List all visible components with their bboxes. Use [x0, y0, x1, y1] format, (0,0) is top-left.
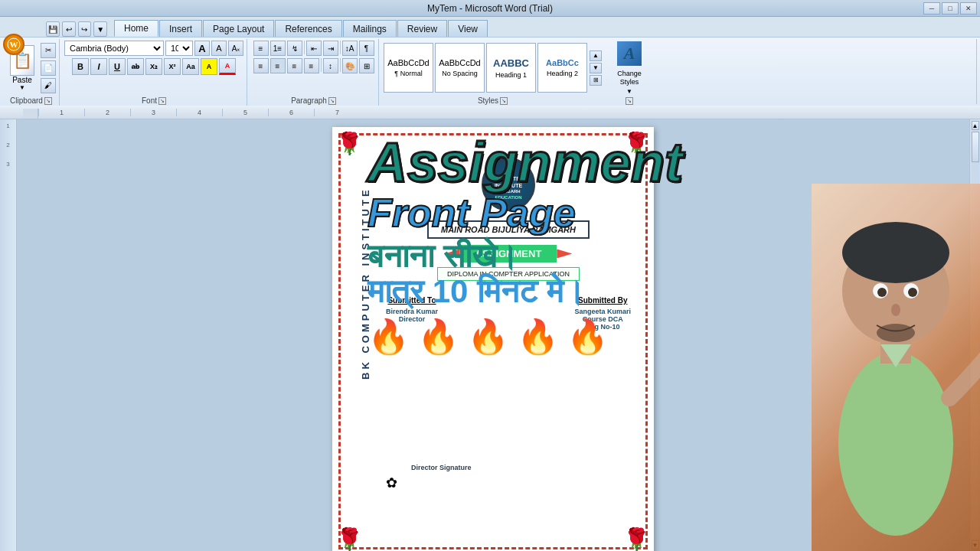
- font-expand[interactable]: ↘: [158, 97, 166, 105]
- tab-page-layout[interactable]: Page Layout: [203, 20, 274, 37]
- title-bar: MyTem - Microsoft Word (Trial) ─ □ ✕: [0, 0, 980, 17]
- font-group-content: Cambria (Body) 10 A A Aₓ B I U ab X₂ X²: [64, 41, 243, 95]
- change-styles-icon: A: [617, 41, 642, 66]
- copy-button[interactable]: 📄: [41, 60, 56, 76]
- styles-more[interactable]: ⊞: [590, 75, 602, 86]
- styles-scroll-down[interactable]: ▼: [590, 63, 602, 73]
- tab-view[interactable]: View: [448, 20, 488, 37]
- tab-mailings[interactable]: Mailings: [343, 20, 397, 37]
- highlight-button[interactable]: A: [201, 58, 217, 75]
- ruler-mark-4: 4: [176, 109, 222, 116]
- close-button[interactable]: ✕: [960, 2, 977, 15]
- v-ruler-1: 1: [6, 122, 9, 129]
- clipboard-label: Clipboard ↘: [7, 96, 55, 105]
- font-color-button[interactable]: A: [219, 58, 236, 75]
- superscript-button[interactable]: X²: [164, 58, 181, 75]
- style-no-spacing-label: No Spacing: [442, 70, 478, 77]
- tab-home[interactable]: Home: [114, 20, 158, 37]
- tab-references[interactable]: References: [275, 20, 341, 37]
- decrease-indent-button[interactable]: ⇤: [306, 41, 322, 56]
- emoji-3: 🔥: [467, 317, 509, 357]
- para-row-1: ≡ 1≡ ↯ ⇤ ⇥ ↕A ¶: [253, 41, 374, 56]
- ruler-marks: 1 2 3 4 5 6 7: [38, 109, 980, 116]
- change-styles-group: A ChangeStyles ▼ ↘: [606, 39, 652, 106]
- bold-button[interactable]: B: [72, 58, 89, 75]
- clipboard-sub-buttons: ✂ 📄 🖌: [41, 43, 56, 93]
- cut-button[interactable]: ✂: [41, 43, 56, 58]
- clear-format-button[interactable]: Aₓ: [228, 41, 243, 56]
- emoji-4: 🔥: [517, 317, 559, 357]
- ribbon-spacer: [654, 39, 977, 104]
- align-center-button[interactable]: ≡: [270, 58, 286, 73]
- maximize-button[interactable]: □: [942, 2, 959, 15]
- styles-gallery: AaBbCcDd ¶ Normal AaBbCcDd No Spacing AA…: [384, 43, 587, 93]
- styles-label: Styles ↘: [475, 96, 511, 105]
- format-painter-button[interactable]: 🖌: [41, 78, 56, 93]
- horizontal-ruler: 1 2 3 4 5 6 7: [0, 106, 980, 119]
- paragraph-expand[interactable]: ↘: [328, 97, 336, 105]
- increase-font-button[interactable]: A: [194, 41, 210, 56]
- decrease-font-button[interactable]: A: [211, 41, 227, 56]
- ribbon-tab-row: 💾 ↩ ↪ ▼ Home Insert Page Layout Referenc…: [0, 17, 980, 37]
- tab-review[interactable]: Review: [397, 20, 447, 37]
- change-styles-expand[interactable]: ↘: [626, 97, 633, 105]
- style-heading1[interactable]: AABBC Heading 1: [486, 43, 536, 93]
- underline-button[interactable]: U: [109, 58, 126, 75]
- italic-button[interactable]: I: [90, 58, 107, 75]
- style-no-spacing[interactable]: AaBbCcDd No Spacing: [435, 43, 485, 93]
- tab-insert[interactable]: Insert: [159, 20, 202, 37]
- vertical-ruler: 1 2 3: [0, 119, 17, 551]
- quick-access-more-button[interactable]: ▼: [93, 21, 107, 37]
- bullets-button[interactable]: ≡: [253, 41, 269, 56]
- ruler-mark-5: 5: [222, 109, 268, 116]
- ruler-mark-7: 7: [314, 109, 360, 116]
- multilevel-button[interactable]: ↯: [287, 41, 302, 56]
- styles-scroll: ▲ ▼ ⊞: [590, 51, 602, 86]
- emoji-5: 🔥: [567, 317, 609, 357]
- sort-button[interactable]: ↕A: [342, 41, 358, 56]
- style-normal-label: ¶ Normal: [394, 70, 422, 77]
- ribbon-section: W 💾 ↩ ↪ ▼ Home Insert Page Layout Refere…: [0, 17, 980, 106]
- undo-quick-button[interactable]: ↩: [62, 21, 76, 37]
- front-page-overlay-title: Front Page: [368, 193, 957, 233]
- hindi-line1: बनाना सीखे।: [368, 239, 957, 274]
- clipboard-expand[interactable]: ↘: [44, 97, 52, 105]
- borders-button[interactable]: ⊞: [359, 58, 374, 73]
- shading-button[interactable]: 🎨: [342, 58, 358, 73]
- window-title: MyTem - Microsoft Word (Trial): [427, 3, 553, 14]
- styles-group-content: AaBbCcDd ¶ Normal AaBbCcDd No Spacing AA…: [384, 41, 602, 95]
- show-hide-button[interactable]: ¶: [359, 41, 374, 56]
- minimize-button[interactable]: ─: [923, 2, 940, 15]
- ruler-mark-1: 1: [38, 109, 84, 116]
- change-styles-group-label: ↘: [622, 97, 636, 105]
- font-name-select[interactable]: Cambria (Body): [64, 41, 164, 56]
- emoji-row: 🔥 🔥 🔥 🔥 🔥: [368, 317, 957, 357]
- subscript-button[interactable]: X₂: [145, 58, 162, 75]
- document-area: 1 2 3 🌹 🌹 🌹 🌹 BK COMPUTER INSTITUTE BK: [0, 119, 980, 551]
- styles-scroll-up[interactable]: ▲: [590, 51, 602, 61]
- line-spacing-button[interactable]: ↕: [323, 58, 338, 73]
- v-ruler-3: 3: [6, 161, 9, 168]
- redo-quick-button[interactable]: ↪: [78, 21, 92, 37]
- font-group: Cambria (Body) 10 A A Aₓ B I U ab X₂ X²: [61, 39, 247, 106]
- para-row-2: ≡ ≡ ≡ ≡ ↕ 🎨 ⊞: [253, 58, 374, 73]
- change-case-button[interactable]: Aa: [182, 58, 199, 75]
- style-heading2-label: Heading 2: [547, 70, 578, 77]
- ruler-mark-2: 2: [84, 109, 130, 116]
- style-heading2[interactable]: AaBbCc Heading 2: [537, 43, 587, 93]
- numbering-button[interactable]: 1≡: [270, 41, 286, 56]
- save-quick-button[interactable]: 💾: [46, 21, 60, 37]
- office-button[interactable]: W: [3, 34, 24, 55]
- justify-button[interactable]: ≡: [304, 58, 319, 73]
- styles-expand[interactable]: ↘: [500, 97, 508, 105]
- font-select-row: Cambria (Body) 10 A A Aₓ: [64, 41, 243, 56]
- align-right-button[interactable]: ≡: [287, 58, 302, 73]
- strikethrough-button[interactable]: ab: [127, 58, 144, 75]
- increase-indent-button[interactable]: ⇥: [323, 41, 338, 56]
- change-styles-label: ChangeStyles: [617, 70, 642, 86]
- style-normal[interactable]: AaBbCcDd ¶ Normal: [384, 43, 433, 93]
- font-size-select[interactable]: 10: [165, 41, 193, 56]
- align-left-button[interactable]: ≡: [253, 58, 269, 73]
- style-normal-preview: AaBbCcDd: [387, 58, 429, 67]
- ruler-mark-3: 3: [130, 109, 176, 116]
